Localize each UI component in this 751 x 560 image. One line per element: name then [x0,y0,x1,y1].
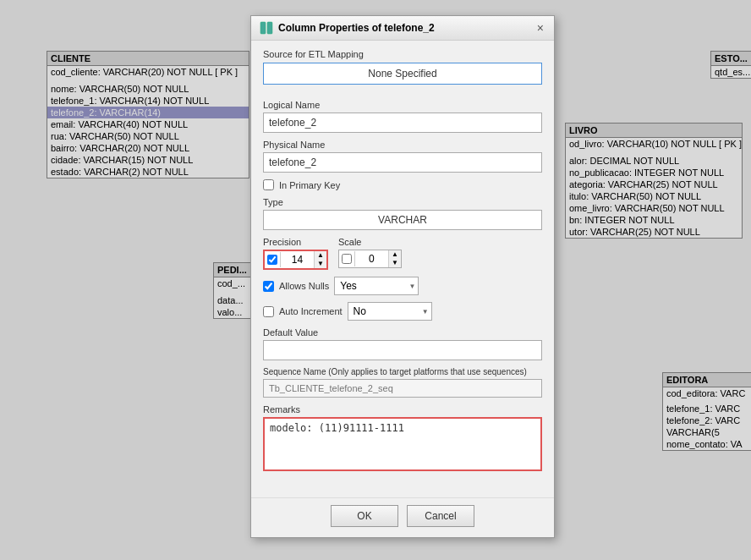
allows-nulls-label: Allows Nulls [279,281,329,291]
primary-key-row: In Primary Key [263,179,542,190]
source-etl-group: Source for ETL Mapping None Specified [263,49,542,93]
precision-checkbox[interactable] [267,255,277,265]
svg-rect-0 [260,22,266,34]
scale-label: Scale [338,237,402,247]
physical-name-label: Physical Name [263,140,542,150]
auto-increment-row: Auto Increment No Yes ▼ [263,302,542,321]
type-value: VARCHAR [263,210,542,230]
scale-down-btn[interactable]: ▼ [389,259,401,267]
auto-increment-checkbox[interactable] [263,306,274,317]
column-icon [260,21,273,35]
ok-button[interactable]: OK [331,505,398,527]
scale-up-btn[interactable]: ▲ [389,250,401,259]
logical-name-label: Logical Name [263,100,542,110]
source-etl-button[interactable]: None Specified [263,63,542,85]
sequence-name-input[interactable] [263,379,542,398]
remarks-group: Remarks modelo: (11)91111-1111 [263,404,542,474]
default-value-group: Default Value [263,327,542,360]
dialog-title-text: Column Properties of telefone_2 [278,22,435,34]
precision-scale-row: Precision ▲ ▼ Scale ▲ [263,237,542,270]
scale-group: Scale ▲ ▼ [338,237,402,268]
scale-input[interactable] [354,251,388,266]
precision-input[interactable] [280,252,314,267]
primary-key-checkbox[interactable] [263,179,274,190]
precision-arrows: ▲ ▼ [314,251,326,268]
allows-nulls-row: Allows Nulls Yes No ▼ [263,277,542,295]
allows-nulls-dropdown-wrapper: Yes No ▼ [334,277,419,295]
dialog-body: Source for ETL Mapping None Specified Lo… [251,41,554,492]
scale-spinbox: ▲ ▼ [338,250,402,268]
remarks-textarea[interactable]: modelo: (11)91111-1111 [263,417,542,471]
allows-nulls-checkbox[interactable] [263,281,274,292]
default-value-label: Default Value [263,327,542,338]
primary-key-label: In Primary Key [279,180,340,190]
default-value-input[interactable] [263,340,542,360]
precision-down-btn[interactable]: ▼ [315,260,326,268]
precision-group: Precision ▲ ▼ [263,237,328,270]
dialog-footer: OK Cancel [251,497,554,537]
allows-nulls-select[interactable]: Yes No [334,277,419,295]
type-group: Type VARCHAR [263,197,542,230]
column-properties-dialog: Column Properties of telefone_2 × Source… [250,15,555,538]
cancel-button[interactable]: Cancel [407,505,474,527]
auto-increment-dropdown-wrapper: No Yes ▼ [348,302,432,321]
auto-increment-label: Auto Increment [279,306,343,316]
sequence-name-label: Sequence Name (Only applies to target pl… [263,367,542,376]
source-etl-label: Source for ETL Mapping [263,49,542,59]
dialog-titlebar: Column Properties of telefone_2 × [251,16,554,41]
logical-name-input[interactable] [263,113,542,133]
svg-rect-1 [267,22,272,34]
sequence-name-group: Sequence Name (Only applies to target pl… [263,367,542,398]
logical-name-group: Logical Name [263,100,542,133]
precision-up-btn[interactable]: ▲ [315,251,326,260]
auto-increment-select[interactable]: No Yes [348,302,432,321]
dialog-title-left: Column Properties of telefone_2 [260,21,435,35]
precision-label: Precision [263,237,328,247]
scale-checkbox[interactable] [342,254,352,264]
physical-name-input[interactable] [263,152,542,173]
physical-name-group: Physical Name [263,140,542,173]
dialog-close-button[interactable]: × [535,22,545,34]
type-label: Type [263,197,542,207]
precision-spinbox: ▲ ▼ [263,250,328,270]
scale-arrows: ▲ ▼ [388,250,401,267]
remarks-label: Remarks [263,404,542,415]
